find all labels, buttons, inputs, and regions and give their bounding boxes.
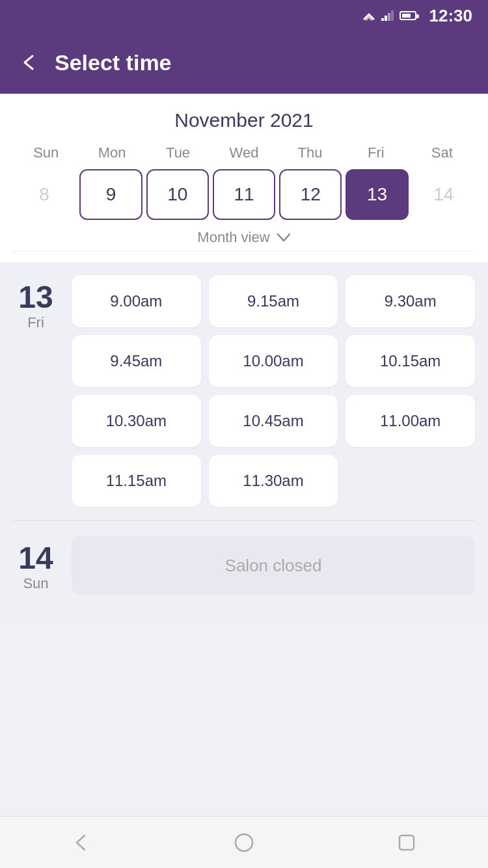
dates-row: 891011121314 bbox=[13, 169, 475, 220]
time-slot[interactable]: 9.15am bbox=[209, 275, 338, 327]
day-header-cell: Sat bbox=[409, 144, 475, 161]
time-slots-section: 13Fri9.00am9.15am9.30am9.45am10.00am10.1… bbox=[0, 262, 488, 621]
svg-rect-2 bbox=[381, 18, 384, 21]
svg-point-6 bbox=[236, 834, 252, 851]
date-cell[interactable]: 12 bbox=[279, 169, 342, 220]
day-header-cell: Wed bbox=[211, 144, 277, 161]
nav-home-icon bbox=[233, 832, 255, 854]
date-cell[interactable]: 11 bbox=[213, 169, 275, 220]
day-header-cell: Mon bbox=[79, 144, 144, 161]
month-view-label: Month view bbox=[197, 229, 269, 246]
time-slot[interactable]: 9.45am bbox=[72, 335, 201, 387]
month-year-label: November 2021 bbox=[13, 109, 475, 131]
day-label: 13Fri bbox=[13, 275, 59, 331]
section-divider bbox=[13, 520, 475, 521]
day-label: 14Sun bbox=[13, 536, 59, 592]
time-slot[interactable]: 11.15am bbox=[72, 455, 201, 507]
day-header-cell: Fri bbox=[343, 144, 409, 161]
status-time: 12:30 bbox=[429, 6, 473, 26]
app-header: Select time bbox=[0, 31, 488, 94]
back-arrow-icon bbox=[18, 52, 39, 73]
time-slot[interactable]: 10.30am bbox=[72, 395, 201, 447]
time-slots-grid: 9.00am9.15am9.30am9.45am10.00am10.15am10… bbox=[72, 275, 475, 507]
day-header-cell: Thu bbox=[277, 144, 343, 161]
day-name: Sun bbox=[23, 575, 48, 592]
back-button[interactable] bbox=[18, 52, 39, 73]
day-number: 13 bbox=[18, 282, 53, 313]
day-entry: 13Fri9.00am9.15am9.30am9.45am10.00am10.1… bbox=[13, 275, 475, 507]
battery-icon bbox=[400, 11, 416, 20]
wifi-icon bbox=[362, 10, 376, 21]
time-slot[interactable]: 11.30am bbox=[209, 455, 338, 507]
status-icons bbox=[362, 10, 416, 21]
time-slot[interactable]: 9.00am bbox=[72, 275, 201, 327]
svg-rect-4 bbox=[388, 13, 390, 21]
day-header-cell: Sun bbox=[13, 144, 79, 161]
signal-icon bbox=[381, 10, 394, 21]
time-slot[interactable]: 10.45am bbox=[209, 395, 338, 447]
status-bar: 12:30 bbox=[0, 0, 488, 31]
day-number: 14 bbox=[18, 543, 53, 574]
time-slot[interactable]: 10.15am bbox=[346, 335, 475, 387]
time-slot[interactable]: 10.00am bbox=[209, 335, 338, 387]
calendar-section: November 2021 SunMonTueWedThuFriSat 8910… bbox=[0, 94, 488, 262]
month-view-toggle[interactable]: Month view bbox=[13, 220, 475, 252]
nav-bar bbox=[0, 816, 488, 868]
time-slot[interactable]: 11.00am bbox=[346, 395, 475, 447]
nav-recents-icon bbox=[396, 832, 418, 854]
date-cell[interactable]: 13 bbox=[346, 169, 408, 220]
chevron-down-icon bbox=[277, 230, 291, 245]
time-slot[interactable]: 9.30am bbox=[346, 275, 475, 327]
date-cell: 8 bbox=[13, 169, 75, 220]
nav-home-button[interactable] bbox=[218, 817, 270, 869]
day-header-cell: Tue bbox=[145, 144, 211, 161]
nav-back-icon bbox=[70, 832, 92, 854]
salon-closed-label: Salon closed bbox=[72, 536, 475, 595]
date-cell[interactable]: 10 bbox=[146, 169, 209, 220]
svg-rect-7 bbox=[400, 835, 414, 850]
nav-recents-button[interactable] bbox=[381, 817, 433, 869]
date-cell: 14 bbox=[413, 169, 475, 220]
svg-rect-5 bbox=[391, 10, 394, 21]
date-cell[interactable]: 9 bbox=[79, 169, 142, 220]
day-headers-row: SunMonTueWedThuFriSat bbox=[13, 144, 475, 161]
day-name: Fri bbox=[27, 314, 44, 331]
page-title: Select time bbox=[55, 50, 172, 75]
svg-rect-3 bbox=[385, 16, 387, 21]
nav-back-button[interactable] bbox=[55, 817, 107, 869]
day-entry: 14SunSalon closed bbox=[13, 536, 475, 595]
